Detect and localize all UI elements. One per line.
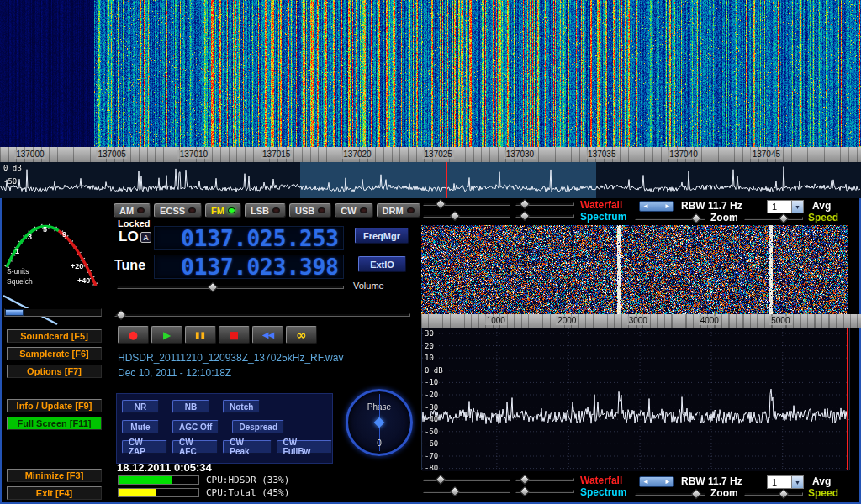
cw-afc-button[interactable]: CW AFC (172, 440, 218, 454)
exit-button[interactable]: Exit [F4] (7, 486, 102, 500)
rbw-readout: RBW 11.7 Hz (681, 200, 742, 212)
zoom-scrollbar[interactable]: ◄ ► (639, 476, 674, 487)
mode-led-icon (318, 207, 325, 213)
waterfall-brightness-slider[interactable] (423, 202, 510, 206)
zoom-scrollbar[interactable]: ◄ ► (639, 201, 674, 212)
slider-handle[interactable] (449, 211, 460, 222)
main-waterfall-display[interactable] (0, 0, 861, 147)
waterfall-brightness-slider[interactable] (423, 478, 510, 481)
spectrum-brightness-slider[interactable] (423, 490, 510, 493)
lo-frequency-display[interactable]: 0137.025.253 (154, 226, 344, 250)
speed-slider[interactable] (744, 217, 803, 220)
cw-peak-button[interactable]: CW Peak (223, 440, 271, 454)
audio-spectrum-display[interactable]: 30 20 10 0 dB -10 -20 -30 -40 -50 -60 -7… (421, 328, 850, 470)
slider-handle[interactable] (779, 489, 790, 500)
mode-usb[interactable]: USB (289, 203, 331, 218)
mode-led-icon (188, 207, 196, 213)
minimize-button[interactable]: Minimize [F3] (7, 469, 102, 482)
slider-handle[interactable] (691, 213, 702, 224)
cw-fullbw-button[interactable]: CW FullBw (277, 440, 332, 454)
slider-handle[interactable] (519, 199, 530, 210)
scroll-right-icon[interactable]: ► (664, 203, 671, 210)
freqmgr-button[interactable]: FreqMgr (355, 228, 409, 244)
tuning-slider-handle[interactable] (116, 310, 127, 321)
mode-lsb[interactable]: LSB (245, 203, 286, 218)
samplerate-button[interactable]: Samplerate [F6] (7, 347, 102, 360)
record-icon: ● (129, 328, 138, 341)
slider-handle[interactable] (449, 486, 460, 497)
tuning-slider[interactable] (114, 313, 410, 317)
stop-icon: ■ (230, 329, 239, 341)
chevron-down-icon[interactable]: ▼ (791, 201, 803, 213)
scroll-left-icon[interactable]: ◄ (642, 203, 649, 210)
slider-handle[interactable] (519, 486, 530, 497)
main-frequency-ruler[interactable]: 137000 137005 137010 137015 137020 13702… (0, 147, 861, 162)
extio-button[interactable]: ExtIO (358, 256, 406, 272)
notch-button[interactable]: Notch (223, 400, 260, 413)
s-meter-tick-plus40: +40 (77, 276, 90, 285)
audio-frequency-ruler[interactable]: 1000 2000 3000 4000 5000 (421, 314, 861, 328)
squelch-slider[interactable] (4, 308, 102, 317)
phase-indicator[interactable]: Phase 0 (346, 389, 413, 456)
slider-handle[interactable] (436, 475, 446, 486)
spectrum-contrast-slider[interactable] (515, 490, 574, 493)
speed-slider[interactable] (744, 492, 803, 496)
avg-select[interactable]: 1 ▼ (767, 475, 804, 489)
mode-ecss[interactable]: ECSS (154, 203, 202, 218)
lock-a-badge[interactable]: A (140, 232, 151, 243)
fullscreen-button[interactable]: Full Screen [F11] (7, 417, 102, 430)
options-button[interactable]: Options [F7] (7, 365, 102, 378)
cw-zap-button[interactable]: CW ZAP (122, 440, 167, 454)
nb-button[interactable]: NB (172, 400, 209, 413)
volume-slider[interactable] (117, 286, 344, 289)
slider-handle[interactable] (519, 211, 530, 222)
info-update-button[interactable]: Info / Update [F9] (7, 399, 102, 412)
audio-waterfall-display[interactable] (421, 225, 848, 314)
pause-icon: ▮▮ (195, 330, 206, 339)
ruler-label: 3000 (627, 316, 649, 325)
mode-drm[interactable]: DRM (377, 203, 420, 218)
nr-button[interactable]: NR (122, 400, 159, 413)
slider-handle[interactable] (519, 475, 530, 486)
play-button[interactable]: ▶ (151, 326, 182, 344)
transport-controls: ● ▶ ▮▮ ■ ◀◀ ∞ (118, 326, 317, 344)
mute-button[interactable]: Mute (122, 420, 159, 433)
pause-button[interactable]: ▮▮ (185, 326, 216, 344)
slider-handle[interactable] (691, 489, 702, 500)
stop-button[interactable]: ■ (219, 326, 250, 344)
volume-slider-handle[interactable] (207, 282, 218, 293)
slider-handle[interactable] (436, 199, 446, 210)
ruler-label: 137025 (423, 150, 454, 159)
s-meter-tick-3: 3 (28, 233, 32, 241)
squelch-slider-handle[interactable] (5, 309, 24, 316)
agc-button[interactable]: AGC Off (172, 420, 219, 433)
zoom-slider[interactable] (635, 492, 705, 496)
spectrum-brightness-slider[interactable] (423, 214, 510, 218)
waterfall-contrast-slider[interactable] (515, 478, 574, 481)
zoom-slider[interactable] (635, 217, 705, 220)
tune-frequency-display[interactable]: 0137.023.398 (154, 255, 344, 279)
despread-button[interactable]: Despread (232, 420, 284, 433)
mode-fm[interactable]: FM (205, 203, 241, 218)
control-panel: 1 3 5 9 +20 +40 S-units Squelch Soundcar… (0, 198, 861, 504)
avg-select[interactable]: 1 ▼ (767, 200, 804, 213)
waterfall-contrast-slider[interactable] (515, 202, 574, 206)
rewind-button[interactable]: ◀◀ (252, 326, 283, 344)
squelch-label: Squelch (7, 277, 33, 286)
spectrum-contrast-slider[interactable] (515, 214, 574, 218)
db-scale-label: -50 (3, 177, 17, 186)
scroll-left-icon[interactable]: ◄ (642, 479, 649, 486)
ruler-label: 137015 (261, 150, 292, 159)
loop-button[interactable]: ∞ (286, 326, 317, 344)
slider-handle[interactable] (779, 213, 790, 224)
mode-am[interactable]: AM (114, 203, 151, 218)
s-meter-tick-1: 1 (15, 247, 19, 255)
soundcard-button[interactable]: Soundcard [F5] (7, 329, 102, 343)
mode-cw[interactable]: CW (335, 203, 372, 218)
db-scale-label: 0 dB (425, 366, 443, 375)
record-button[interactable]: ● (118, 326, 149, 344)
scroll-right-icon[interactable]: ► (664, 479, 671, 486)
main-spectrum-display[interactable]: 0 dB -50 (0, 162, 861, 198)
ruler-label: 4000 (699, 316, 721, 325)
chevron-down-icon[interactable]: ▼ (791, 476, 803, 488)
